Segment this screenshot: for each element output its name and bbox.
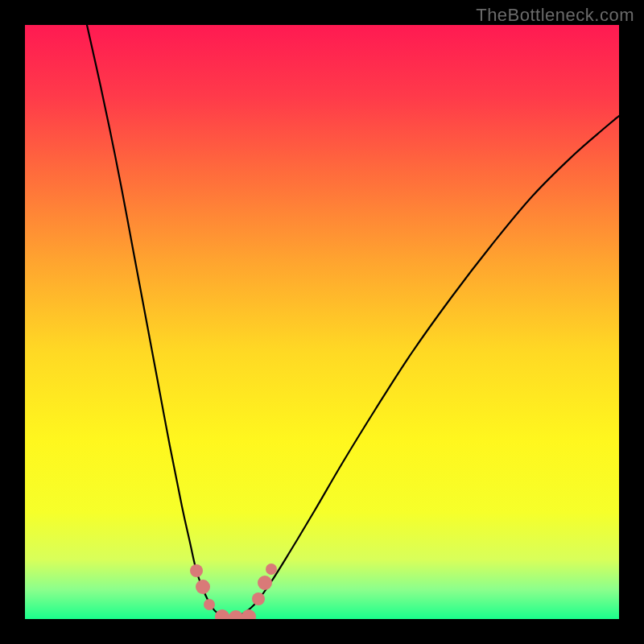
curves-layer bbox=[25, 25, 619, 619]
left-curve bbox=[87, 25, 228, 619]
dip-marker bbox=[266, 564, 277, 575]
dip-marker bbox=[215, 609, 229, 619]
dip-marker bbox=[258, 576, 272, 590]
dip-marker bbox=[252, 592, 265, 605]
dip-marker bbox=[229, 610, 243, 619]
dip-marker bbox=[204, 599, 215, 610]
right-curve bbox=[228, 116, 619, 619]
dip-marker bbox=[190, 564, 203, 577]
dip-marker bbox=[196, 580, 210, 594]
watermark-text: TheBottleneck.com bbox=[476, 5, 634, 26]
chart-frame: TheBottleneck.com bbox=[0, 0, 644, 644]
plot-area bbox=[25, 25, 619, 619]
dip-marker bbox=[242, 609, 256, 619]
